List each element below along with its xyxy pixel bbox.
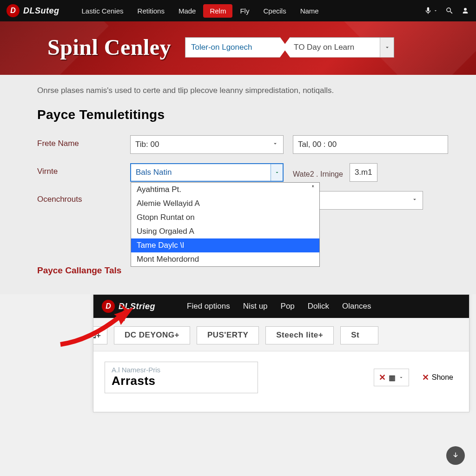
nav-item-1[interactable]: Retitions <box>131 4 171 18</box>
nav-item-2[interactable]: Made <box>172 4 203 18</box>
superscript-icon: ᵜ <box>312 185 314 191</box>
brand-mark-icon: D <box>102 300 115 313</box>
dropdown-option-2[interactable]: Gtopn Runtat on <box>131 211 319 225</box>
hero-banner: Spinl Cenley Toler-on Lgonech TO Day on … <box>0 21 476 75</box>
search-icon[interactable] <box>445 7 454 15</box>
chevron-down-icon <box>271 164 283 181</box>
label-virnte: Virnte <box>37 163 121 176</box>
nav-item-5[interactable]: Cpecils <box>257 4 292 18</box>
arrow-down-icon <box>451 451 460 460</box>
lower-panel: D DLStrieg Fied options Nist up Pop Doli… <box>93 294 469 412</box>
main-content: Onrse plases namis's used to certe and t… <box>0 75 476 294</box>
lower-nav-4[interactable]: Olances <box>342 302 371 311</box>
select-virnte[interactable]: Bals Natin Ayahtima Pt.ᵜ Alemie Wellayid… <box>130 163 284 182</box>
brand-text: DLSuteg <box>23 6 60 16</box>
settings-form: Frete Name Tib: 00 Tal, 00 : 00 Virnte B… <box>37 135 448 210</box>
mic-dropdown[interactable] <box>424 7 438 15</box>
chip-row: ℷ+ DC DEYONG+ PUS'ERTY Steech lite+ St <box>93 318 469 351</box>
select-frete-name-value: Tib: 00 <box>135 140 159 149</box>
lower-search-placeholder: A.l Namesr-Pris <box>112 366 251 374</box>
lower-nav: D DLStrieg Fied options Nist up Pop Doli… <box>93 295 469 318</box>
dropdown-option-0[interactable]: Ayahtima Pt.ᵜ <box>131 183 319 197</box>
input-wate-short[interactable]: 3.m1 <box>350 163 377 182</box>
mini-ctrl-grid[interactable]: ✕ ▦ <box>374 369 409 386</box>
brand-mark-icon: D <box>7 4 20 17</box>
chevron-down-icon <box>398 375 404 380</box>
lower-body: A.l Namesr-Pris Arrasts ✕ ▦ ✕ Shone <box>93 351 469 412</box>
dropdown-option-3[interactable]: Using Orgaled A <box>131 225 319 238</box>
lower-brand-text: DLStrieg <box>119 302 155 311</box>
section-title: Payce Temuletitings <box>37 107 448 122</box>
chip-0[interactable]: DC DEYONG+ <box>114 326 190 344</box>
lower-search-box[interactable]: A.l Namesr-Pris Arrasts <box>105 362 258 393</box>
nav-item-3[interactable]: Relm <box>203 4 232 18</box>
lower-brand-logo[interactable]: D DLStrieg <box>102 300 155 313</box>
page-title: Spinl Cenley <box>47 34 171 60</box>
link-row: Payce Callange Tals <box>37 265 448 276</box>
close-icon: ✕ <box>379 372 386 383</box>
lower-nav-1[interactable]: Nist up <box>243 302 268 311</box>
hero-select-2[interactable]: TO Day on Learn <box>283 37 394 58</box>
chevron-down-icon <box>380 38 394 57</box>
dropdown-option-4[interactable]: Tame Daylc \l <box>131 238 319 252</box>
mic-icon <box>424 7 432 15</box>
label-wate-irninge: Wate2 . Irninge <box>293 166 343 178</box>
input-wate-short-value: 3.m1 <box>355 168 372 177</box>
select-frete-name[interactable]: Tib: 00 <box>130 135 284 154</box>
virnte-dropdown: Ayahtima Pt.ᵜ Alemie Wellayid A Gtopn Ru… <box>131 182 320 267</box>
nav-item-0[interactable]: Lastic Cenies <box>75 4 130 18</box>
chevron-down-icon <box>411 196 418 205</box>
label-ocenchrouts: Ocenchrouts <box>37 191 121 204</box>
dropdown-option-5[interactable]: Mont Mehordornd <box>131 252 319 266</box>
chip-2[interactable]: Steech lite+ <box>265 326 334 344</box>
lower-nav-2[interactable]: Pop <box>281 302 295 311</box>
mini-ctrl-shone-label: Shone <box>432 373 453 382</box>
input-tal[interactable]: Tal, 00 : 00 <box>293 135 448 154</box>
chevron-down-icon <box>433 8 438 13</box>
mini-ctrl-shone[interactable]: ✕ Shone <box>417 369 458 386</box>
top-nav: D DLSuteg Lastic Cenies Retitions Made R… <box>0 0 476 21</box>
nav-right <box>424 7 469 15</box>
chevron-down-icon <box>272 140 278 149</box>
scroll-down-button[interactable] <box>446 446 465 465</box>
nav-item-4[interactable]: Fly <box>233 4 256 18</box>
user-icon[interactable] <box>461 7 469 15</box>
chip-search[interactable]: ℷ+ <box>93 326 107 344</box>
payce-callange-link[interactable]: Payce Callange Tals <box>37 265 121 275</box>
chip-1[interactable]: PUS'ERTY <box>197 326 259 344</box>
input-tal-value: Tal, 00 : 00 <box>298 140 337 149</box>
lower-right-controls: ✕ ▦ ✕ Shone <box>374 362 458 393</box>
nav-items: Lastic Cenies Retitions Made Relm Fly Cp… <box>75 4 325 18</box>
dropdown-option-1[interactable]: Alemie Wellayid A <box>131 197 319 211</box>
lower-nav-3[interactable]: Dolick <box>308 302 329 311</box>
hero-select-1[interactable]: Toler-on Lgonech <box>185 37 287 58</box>
hero-select-1-value: Toler-on Lgonech <box>191 43 252 52</box>
grid-icon: ▦ <box>389 373 396 382</box>
search-glyph-icon: ℷ+ <box>93 331 101 340</box>
lower-nav-0[interactable]: Fied options <box>187 302 230 311</box>
lower-search-value: Arrasts <box>112 374 251 388</box>
intro-text: Onrse plases namis's used to certe and t… <box>37 86 448 95</box>
hero-controls: Toler-on Lgonech TO Day on Learn <box>185 37 394 58</box>
chip-3-partial[interactable]: St <box>340 326 378 344</box>
label-frete-name: Frete Name <box>37 135 121 148</box>
nav-item-6[interactable]: Name <box>294 4 325 18</box>
close-icon: ✕ <box>422 372 429 383</box>
hero-select-2-value: TO Day on Learn <box>294 43 354 52</box>
select-virnte-value: Bals Natin <box>136 168 172 177</box>
brand-logo[interactable]: D DLSuteg <box>7 4 60 17</box>
